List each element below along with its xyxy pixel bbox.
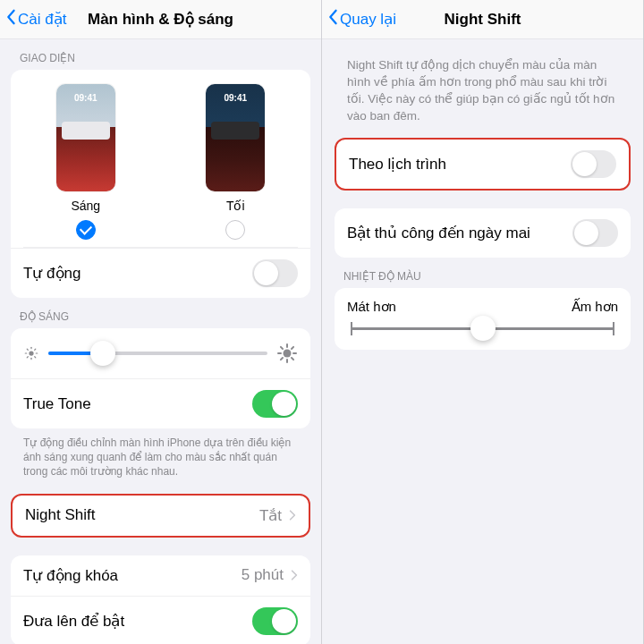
- appearance-dark-option[interactable]: 09:41 Tối: [206, 84, 265, 240]
- autolock-label: Tự động khóa: [23, 566, 118, 585]
- svg-line-16: [281, 358, 283, 360]
- raise-label: Đưa lên để bật: [23, 612, 124, 631]
- raise-toggle[interactable]: [252, 607, 298, 635]
- svg-line-7: [27, 357, 28, 358]
- svg-line-8: [35, 349, 36, 350]
- svg-line-17: [292, 347, 293, 349]
- temp-warm-label: Ấm hơn: [572, 299, 618, 315]
- auto-appearance-label: Tự động: [23, 264, 80, 283]
- temp-cool-label: Mát hơn: [347, 299, 396, 315]
- light-preview-icon: 09:41: [56, 84, 115, 191]
- manual-card: Bật thủ công đến ngày mai: [335, 208, 631, 258]
- back-label: Quay lại: [340, 10, 396, 29]
- auto-appearance-row: Tự động: [11, 248, 310, 298]
- chevron-right-icon: [289, 509, 296, 521]
- svg-line-15: [292, 358, 293, 360]
- section-temp: NHIỆT ĐỘ MÀU: [335, 258, 631, 288]
- brightness-slider-row: [11, 328, 310, 378]
- chevron-right-icon: [291, 569, 298, 581]
- auto-appearance-toggle[interactable]: [252, 259, 298, 287]
- svg-line-14: [281, 347, 283, 349]
- chevron-left-icon: [5, 9, 16, 30]
- schedule-label: Theo lịch trình: [349, 155, 446, 174]
- truetone-label: True Tone: [23, 395, 91, 413]
- nightshift-settings-pane: Quay lại Night Shift Night Shift tự động…: [322, 0, 644, 644]
- manual-row: Bật thủ công đến ngày mai: [335, 208, 631, 258]
- navbar-left: Cài đặt Màn hình & Độ sáng: [0, 0, 321, 39]
- manual-toggle[interactable]: [572, 219, 618, 247]
- sun-min-icon: [23, 345, 39, 361]
- brightness-slider[interactable]: [48, 352, 267, 355]
- manual-label: Bật thủ công đến ngày mai: [347, 224, 530, 242]
- chevron-left-icon: [327, 9, 338, 30]
- back-label: Cài đặt: [18, 10, 66, 29]
- light-label: Sáng: [71, 199, 100, 213]
- svg-line-5: [27, 349, 28, 350]
- temp-card: Mát hơn Ấm hơn: [335, 288, 631, 350]
- appearance-light-option[interactable]: 09:41 Sáng: [56, 84, 115, 240]
- appearance-card: 09:41 Sáng 09:41 Tối Tự động: [11, 70, 310, 298]
- autolock-value: 5 phút: [242, 566, 284, 584]
- nightshift-card: Night Shift Tắt: [11, 494, 310, 538]
- brightness-card: True Tone: [11, 328, 310, 428]
- temp-slider[interactable]: [351, 327, 614, 330]
- svg-line-6: [35, 357, 36, 358]
- truetone-row: True Tone: [11, 378, 310, 428]
- display-settings-pane: Cài đặt Màn hình & Độ sáng GIAO DIỆN 09:…: [0, 0, 322, 644]
- schedule-toggle[interactable]: [571, 150, 616, 178]
- navbar-right: Quay lại Night Shift: [322, 0, 643, 39]
- sun-max-icon: [276, 343, 298, 364]
- svg-point-9: [284, 350, 292, 358]
- light-radio[interactable]: [76, 220, 96, 240]
- autolock-row[interactable]: Tự động khóa 5 phút: [11, 555, 310, 596]
- back-button-settings[interactable]: Cài đặt: [5, 9, 66, 30]
- dark-preview-icon: 09:41: [206, 84, 265, 191]
- dark-radio[interactable]: [225, 220, 245, 240]
- back-button-nightshift[interactable]: Quay lại: [327, 9, 396, 30]
- section-brightness: ĐỘ SÁNG: [11, 298, 310, 328]
- nightshift-row[interactable]: Night Shift Tắt: [13, 496, 309, 536]
- schedule-row: Theo lịch trình: [336, 140, 629, 189]
- lock-card: Tự động khóa 5 phút Đưa lên để bật: [11, 555, 310, 644]
- svg-point-0: [29, 351, 33, 355]
- nightshift-label: Night Shift: [25, 506, 95, 524]
- nightshift-description: Night Shift tự động dịch chuyển màu của …: [335, 39, 631, 138]
- nightshift-value: Tắt: [259, 506, 282, 525]
- raise-to-wake-row: Đưa lên để bật: [11, 596, 310, 644]
- truetone-toggle[interactable]: [252, 390, 298, 418]
- truetone-note: Tự động điều chỉnh màn hình iPhone dựa t…: [11, 428, 310, 483]
- dark-label: Tối: [226, 199, 245, 213]
- section-appearance: GIAO DIỆN: [11, 39, 310, 70]
- schedule-card: Theo lịch trình: [335, 138, 631, 191]
